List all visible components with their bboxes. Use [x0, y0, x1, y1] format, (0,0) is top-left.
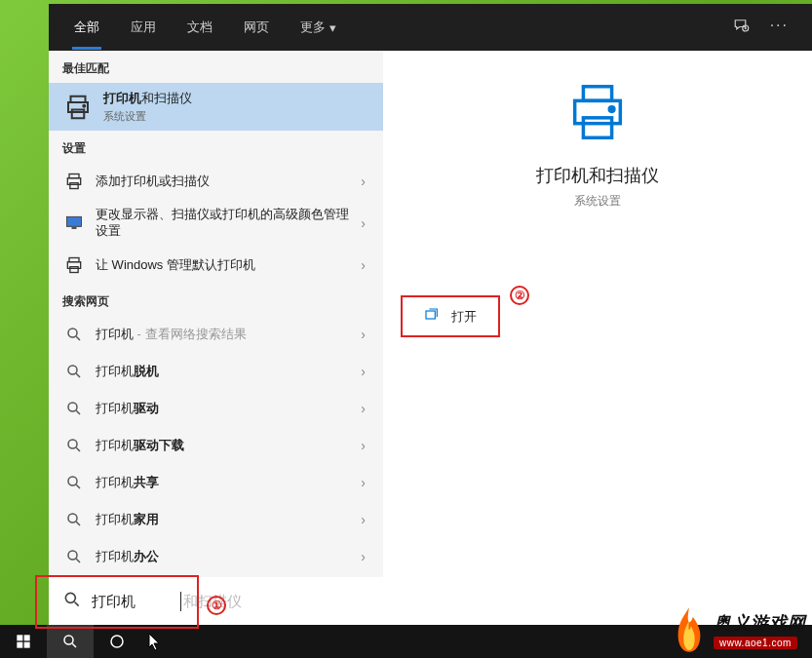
tab-more[interactable]: 更多 ▾ [285, 5, 352, 50]
best-match-subtitle: 系统设置 [103, 109, 369, 123]
svg-rect-35 [24, 635, 30, 640]
chevron-right-icon: › [357, 549, 369, 564]
tab-apps[interactable]: 应用 [115, 5, 172, 50]
search-icon [62, 590, 82, 613]
search-icon [62, 545, 86, 568]
search-icon [62, 471, 86, 494]
chevron-right-icon: › [357, 327, 369, 342]
settings-item-add-printer[interactable]: 添加打印机或扫描仪 › [49, 163, 383, 200]
search-input[interactable] [92, 594, 604, 610]
svg-line-20 [76, 447, 80, 451]
svg-point-30 [609, 107, 614, 112]
content-area: 最佳匹配 打印机和扫描仪 系统设置 设置 添加打印机或扫描仪 › [49, 51, 812, 626]
taskbar-search-button[interactable] [47, 625, 94, 658]
svg-point-13 [68, 329, 77, 337]
chevron-right-icon: › [357, 364, 369, 379]
svg-point-32 [65, 593, 75, 602]
svg-rect-31 [426, 311, 435, 319]
flame-icon [671, 605, 708, 654]
search-icon [62, 323, 86, 346]
web-suggestion[interactable]: 打印机共享 › [49, 464, 383, 501]
web-suggestion[interactable]: 打印机驱动 › [49, 390, 383, 427]
search-icon [62, 397, 86, 420]
chevron-right-icon: › [357, 215, 369, 231]
watermark: 奥义游戏网 www.aoe1.com [671, 605, 806, 654]
web-suggestion[interactable]: 打印机 - 查看网络搜索结果 › [49, 316, 383, 353]
web-suggestion[interactable]: 打印机家用 › [49, 501, 383, 538]
annotation-2: ② [510, 286, 529, 305]
tab-web[interactable]: 网页 [228, 5, 285, 50]
svg-point-19 [68, 440, 77, 448]
svg-rect-37 [24, 642, 30, 648]
open-button[interactable]: 打开 [401, 295, 500, 337]
svg-point-23 [68, 514, 77, 523]
web-suggestion[interactable]: 打印机办公 › [49, 538, 383, 575]
svg-point-40 [111, 636, 123, 647]
svg-line-14 [76, 336, 80, 340]
svg-rect-8 [67, 216, 82, 226]
chevron-right-icon: › [357, 401, 369, 416]
chevron-right-icon: › [357, 438, 369, 453]
svg-line-24 [76, 522, 80, 525]
printer-icon [62, 170, 86, 193]
results-list: 最佳匹配 打印机和扫描仪 系统设置 设置 添加打印机或扫描仪 › [49, 51, 383, 626]
chevron-right-icon: › [357, 475, 369, 490]
section-search-web: 搜索网页 [49, 284, 383, 316]
settings-item-default-printer[interactable]: 让 Windows 管理默认打印机 › [49, 247, 383, 284]
settings-item-color-management[interactable]: 更改显示器、扫描仪或打印机的高级颜色管理设置 › [49, 200, 383, 247]
tab-all[interactable]: 全部 [58, 5, 115, 50]
section-settings: 设置 [49, 131, 383, 163]
preview-subtitle: 系统设置 [401, 193, 794, 210]
svg-line-18 [76, 410, 80, 414]
svg-rect-12 [70, 267, 78, 273]
open-icon [424, 307, 440, 326]
printer-icon [62, 253, 86, 277]
settings-item-label: 添加打印机或扫描仪 [96, 174, 357, 190]
svg-line-26 [76, 559, 80, 562]
svg-rect-29 [583, 118, 611, 137]
chevron-down-icon: ▾ [329, 20, 336, 35]
cortana-button[interactable] [94, 625, 140, 658]
watermark-cn: 奥义游戏网 [714, 611, 806, 635]
tab-more-label: 更多 [300, 19, 326, 36]
preview-printer-icon [401, 78, 794, 146]
search-panel: 全部 应用 文档 网页 更多 ▾ ··· 最佳匹配 打印机和扫描仪 系统设置 [49, 4, 812, 626]
svg-rect-34 [17, 635, 22, 640]
search-input-row[interactable]: 和扫描仪 [49, 577, 618, 626]
svg-line-33 [75, 602, 79, 606]
svg-line-39 [72, 643, 76, 647]
start-button[interactable] [0, 625, 47, 658]
settings-item-label: 更改显示器、扫描仪或打印机的高级颜色管理设置 [96, 207, 357, 240]
open-label: 打开 [451, 308, 477, 326]
watermark-url: www.aoe1.com [714, 637, 797, 649]
section-best-match: 最佳匹配 [49, 51, 383, 83]
more-options-icon[interactable]: ··· [770, 17, 789, 38]
tab-docs[interactable]: 文档 [172, 5, 228, 50]
svg-point-17 [68, 403, 77, 411]
printer-icon [62, 92, 94, 123]
svg-line-22 [76, 484, 80, 488]
web-suggestion[interactable]: 打印机脱机 › [49, 353, 383, 390]
svg-rect-36 [17, 642, 22, 648]
svg-rect-9 [72, 227, 77, 229]
preview-title: 打印机和扫描仪 [401, 164, 794, 187]
svg-point-4 [83, 104, 85, 106]
text-cursor [180, 592, 181, 611]
best-match-result[interactable]: 打印机和扫描仪 系统设置 [49, 83, 383, 131]
search-icon [62, 508, 86, 531]
svg-line-16 [76, 373, 80, 377]
feedback-icon[interactable] [733, 17, 751, 38]
svg-point-25 [68, 551, 77, 560]
chevron-right-icon: › [357, 257, 369, 273]
search-icon [62, 360, 86, 383]
search-icon [62, 434, 86, 457]
web-suggestion[interactable]: 打印机驱动下载 › [49, 427, 383, 464]
chevron-right-icon: › [357, 512, 369, 527]
svg-point-15 [68, 366, 77, 374]
annotation-1: ① [207, 596, 226, 615]
svg-rect-3 [72, 109, 85, 118]
chevron-right-icon: › [357, 174, 369, 189]
preview-pane: 打印机和扫描仪 系统设置 打开 ② [383, 51, 812, 626]
best-match-title-bold: 打印机 [103, 91, 141, 105]
svg-rect-27 [583, 87, 611, 101]
